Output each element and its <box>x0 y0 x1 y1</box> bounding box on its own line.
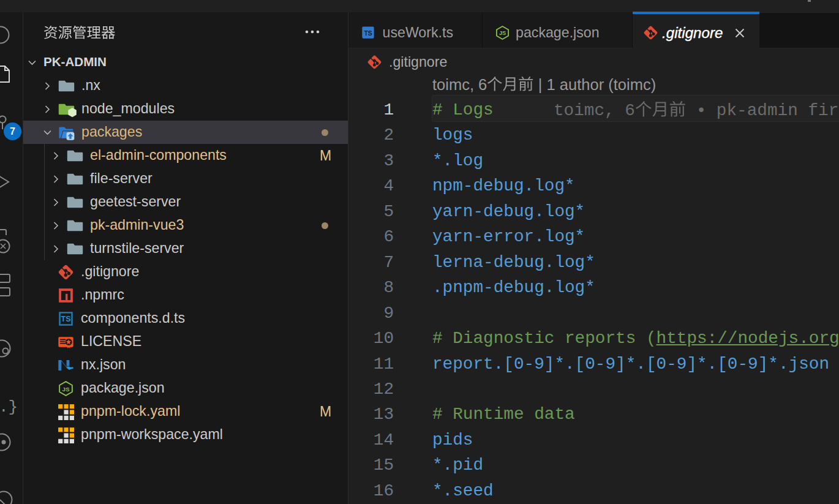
svg-text:.}: .} <box>0 398 18 416</box>
svg-text:TS: TS <box>364 29 372 37</box>
svg-text:JS: JS <box>499 30 506 36</box>
svg-text:JS: JS <box>62 385 70 392</box>
svg-text:TS: TS <box>61 315 70 323</box>
